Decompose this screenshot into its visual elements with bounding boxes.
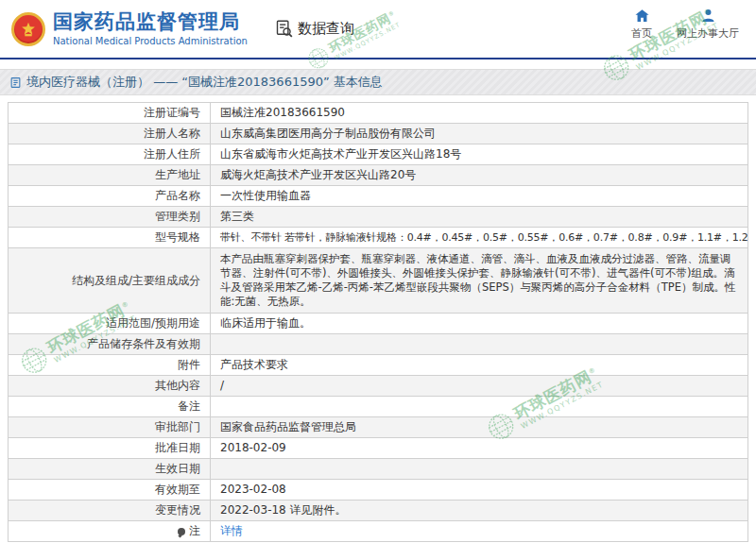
- row-label: 附件: [9, 355, 211, 376]
- row-label: 其他内容: [9, 376, 211, 397]
- table-row: 结构及组成/主要组成成分 本产品由瓶塞穿刺器保护套、瓶塞穿刺器、液体通道、滴管、…: [9, 248, 748, 314]
- row-value: 山东省威海市火炬高技术产业开发区兴山路18号: [211, 144, 748, 165]
- table-row: 注册人名称 山东威高集团医用高分子制品股份有限公司: [9, 124, 748, 144]
- data-query-label: 数据查询: [298, 20, 354, 38]
- row-label: 备注: [9, 397, 211, 417]
- online-hall-button[interactable]: 网上办事大厅: [677, 8, 739, 41]
- row-label: 注册人住所: [9, 144, 211, 165]
- row-label: 批准日期: [9, 438, 211, 459]
- agency-title: 国家药品监督管理局 National Medical Products Admi…: [53, 11, 248, 45]
- user-icon: [700, 8, 716, 24]
- row-label: 生效日期: [9, 459, 211, 480]
- row-value: 2022-03-18 详见附件。: [211, 501, 748, 521]
- document-icon: [9, 76, 22, 89]
- online-hall-label: 网上办事大厅: [677, 26, 739, 41]
- row-label: 结构及组成/主要组成成分: [9, 248, 211, 314]
- row-value: 第三类: [211, 207, 748, 228]
- row-value: /: [211, 376, 748, 397]
- document-search-icon: [274, 19, 294, 39]
- row-label: 有效期至: [9, 480, 211, 501]
- detail-link[interactable]: 详情: [220, 524, 243, 537]
- home-label: 首页: [631, 26, 652, 41]
- agency-title-cn: 国家药品监督管理局: [53, 11, 248, 33]
- table-row: 管理类别 第三类: [9, 207, 748, 228]
- row-label: 产品名称: [9, 186, 211, 207]
- row-label: 生产地址: [9, 165, 211, 186]
- table-row: 产品名称 一次性使用输血器: [9, 186, 748, 207]
- row-value: 产品技术要求: [211, 355, 748, 376]
- registration-info-table: 注册证编号 国械注准20183661590 注册人名称 山东威高集团医用高分子制…: [8, 102, 748, 542]
- row-label-note: 注: [9, 521, 211, 542]
- table-row: 产品储存条件及有效期: [9, 334, 748, 355]
- table-row: 型号规格 带针、不带针 若带针，静脉输液针规格：0.4#，0.45#，0.5#，…: [9, 228, 748, 248]
- emblem-star-icon: [18, 19, 39, 40]
- row-label: 产品储存条件及有效期: [9, 334, 211, 355]
- row-value: 临床适用于输血。: [211, 314, 748, 334]
- row-label: 管理类别: [9, 207, 211, 228]
- agency-title-en: National Medical Products Administration: [53, 36, 248, 46]
- row-value: 国家食品药品监督管理总局: [211, 417, 748, 438]
- breadcrumb: 境内医疗器械（注册） —— “国械注准20183661590” 基本信息: [0, 69, 756, 95]
- table-row: 生效日期: [9, 459, 748, 480]
- row-value: 详情: [211, 521, 748, 542]
- table-row: 生产地址 威海火炬高技术产业开发区兴山路20号: [9, 165, 748, 186]
- row-value: [211, 334, 748, 355]
- table-row: 附件 产品技术要求: [9, 355, 748, 376]
- data-query-nav[interactable]: 数据查询: [274, 19, 354, 39]
- row-value: [211, 459, 748, 480]
- row-value: 一次性使用输血器: [211, 186, 748, 207]
- table-row: 审批部门 国家食品药品监督管理总局: [9, 417, 748, 438]
- row-label: 注册证编号: [9, 103, 211, 124]
- breadcrumb-text: 境内医疗器械（注册） —— “国械注准20183661590” 基本信息: [26, 74, 383, 91]
- table-row: 其他内容 /: [9, 376, 748, 397]
- table-row: 注册证编号 国械注准20183661590: [9, 103, 748, 124]
- table-row: 注 详情: [9, 521, 748, 542]
- national-emblem-logo: [11, 12, 45, 46]
- row-value: 山东威高集团医用高分子制品股份有限公司: [211, 124, 748, 144]
- table-row: 批准日期 2018-02-09: [9, 438, 748, 459]
- row-label: 型号规格: [9, 228, 211, 248]
- note-label: 注: [189, 524, 200, 537]
- row-label: 注册人名称: [9, 124, 211, 144]
- table-row: 备注: [9, 397, 748, 417]
- row-value: 2023-02-08: [211, 480, 748, 501]
- header-quick-links: 首页 网上办事大厅: [631, 8, 739, 41]
- row-value: 威海火炬高技术产业开发区兴山路20号: [211, 165, 748, 186]
- table-row: 适用范围/预期用途 临床适用于输血。: [9, 314, 748, 334]
- row-label: 审批部门: [9, 417, 211, 438]
- row-value: 本产品由瓶塞穿刺器保护套、瓶塞穿刺器、液体通道、滴管、滴斗、血液及血液成分过滤器…: [211, 248, 748, 314]
- table-row: 有效期至 2023-02-08: [9, 480, 748, 501]
- table-row: 变更情况 2022-03-18 详见附件。: [9, 501, 748, 521]
- home-button[interactable]: 首页: [631, 8, 652, 41]
- row-value: [211, 397, 748, 417]
- home-icon: [634, 8, 650, 24]
- row-label: 适用范围/预期用途: [9, 314, 211, 334]
- row-value: 国械注准20183661590: [211, 103, 748, 124]
- table-row: 注册人住所 山东省威海市火炬高技术产业开发区兴山路18号: [9, 144, 748, 165]
- row-value: 2018-02-09: [211, 438, 748, 459]
- note-pin-icon: [178, 528, 185, 535]
- row-label: 变更情况: [9, 501, 211, 521]
- row-value: 带针、不带针 若带针，静脉输液针规格：0.4#，0.45#，0.5#，0.55#…: [211, 228, 748, 248]
- header: 国家药品监督管理局 National Medical Products Admi…: [0, 0, 756, 59]
